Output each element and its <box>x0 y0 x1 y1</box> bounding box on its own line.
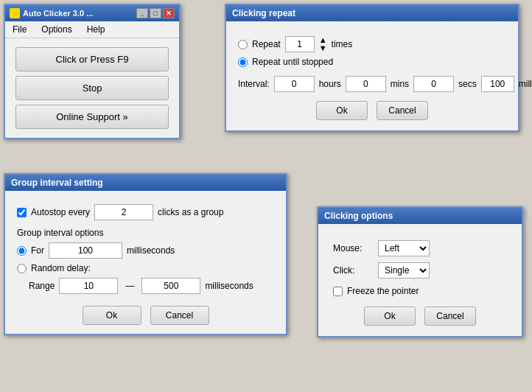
clicking-options-title: Clicking options <box>318 208 522 224</box>
options-cancel-button[interactable]: Cancel <box>424 307 476 326</box>
repeat-times-radio[interactable] <box>238 40 248 49</box>
repeat-label: Repeat <box>252 39 281 49</box>
random-radio[interactable] <box>17 264 27 273</box>
repeat-times-input[interactable] <box>285 36 315 52</box>
group-cancel-button[interactable]: Cancel <box>150 306 209 325</box>
repeat-until-stopped-label: Repeat until stopped <box>252 57 333 67</box>
range-dash: — <box>125 281 134 291</box>
random-label: Random delay: <box>31 263 91 273</box>
secs-input[interactable] <box>413 76 454 92</box>
interval-row: Interval: hours mins secs milliseconds <box>238 76 506 92</box>
click-type-row: Click: Single Double <box>333 262 507 279</box>
freeze-label: Freeze the pointer <box>347 286 419 296</box>
for-radio-group: For milliseconds <box>17 242 274 259</box>
for-radio[interactable] <box>17 246 27 256</box>
menu-help[interactable]: Help <box>83 23 110 36</box>
random-radio-group: Random delay: <box>17 263 274 273</box>
clicking-repeat-title: Clicking repeat <box>226 5 518 21</box>
clicking-options-dialog: Clicking options Mouse: Left Right Middl… <box>317 206 523 337</box>
freeze-checkbox[interactable] <box>333 287 343 296</box>
repeat-times-unit: times <box>332 39 353 49</box>
autostop-row: Autostop every clicks as a group <box>17 204 274 220</box>
hours-input[interactable] <box>274 76 315 92</box>
interval-label: Interval: <box>238 79 270 89</box>
autostop-value-input[interactable] <box>94 204 153 220</box>
freeze-row: Freeze the pointer <box>333 286 507 296</box>
close-button[interactable]: ✕ <box>163 8 175 18</box>
milliseconds-input[interactable] <box>481 76 514 92</box>
mouse-select[interactable]: Left Right Middle <box>378 240 430 256</box>
group-interval-title: Group interval setting <box>5 175 286 191</box>
menu-bar: File Options Help <box>5 21 179 38</box>
for-value-input[interactable] <box>49 242 122 259</box>
mouse-label: Mouse: <box>333 243 374 253</box>
group-ok-button[interactable]: Ok <box>83 306 141 325</box>
autostop-label: Autostop every <box>31 207 90 217</box>
range-from-input[interactable] <box>59 278 118 294</box>
range-row: Range — milliseconds <box>29 278 274 294</box>
clicking-repeat-dialog: Clicking repeat Repeat ▲ ▼ times Repeat … <box>225 4 519 132</box>
secs-label: secs <box>458 79 477 89</box>
options-ok-button[interactable]: Ok <box>364 307 416 326</box>
main-window-title: Auto Clicker 3.0 ... <box>23 9 93 18</box>
mouse-row: Mouse: Left Right Middle <box>333 240 507 256</box>
mins-input[interactable] <box>346 76 386 92</box>
milliseconds-label: milliseconds <box>519 79 532 89</box>
hours-label: hours <box>319 79 341 89</box>
repeat-until-stopped-group: Repeat until stopped <box>238 57 506 67</box>
click-select[interactable]: Single Double <box>378 262 430 279</box>
click-label: Click: <box>333 265 374 276</box>
repeat-ok-button[interactable]: Ok <box>316 101 368 120</box>
repeat-buttons: Ok Cancel <box>238 101 506 120</box>
stop-button[interactable]: Stop <box>15 76 169 100</box>
title-bar-buttons: _ □ ✕ <box>136 8 175 18</box>
for-label: For <box>31 245 44 256</box>
menu-file[interactable]: File <box>8 23 31 36</box>
main-title-bar: Auto Clicker 3.0 ... _ □ ✕ <box>5 5 179 21</box>
group-options-label: Group interval options <box>17 228 274 238</box>
repeat-until-stopped-radio[interactable] <box>238 57 248 67</box>
online-support-button[interactable]: Online Support » <box>15 105 169 129</box>
for-unit: milliseconds <box>127 245 175 256</box>
click-button[interactable]: Click or Press F9 <box>15 47 169 71</box>
spin-down[interactable]: ▼ <box>319 44 327 52</box>
options-buttons: Ok Cancel <box>333 307 507 326</box>
repeat-radio-group: Repeat ▲ ▼ times <box>238 36 506 52</box>
autostop-suffix: clicks as a group <box>158 207 223 217</box>
range-unit: milliseconds <box>205 281 253 291</box>
maximize-button[interactable]: □ <box>150 8 161 18</box>
minimize-button[interactable]: _ <box>136 8 148 18</box>
mins-label: mins <box>391 79 409 89</box>
group-interval-dialog: Group interval setting Autostop every cl… <box>4 173 287 335</box>
group-buttons: Ok Cancel <box>17 306 274 325</box>
range-label: Range <box>29 281 55 291</box>
main-window: Auto Clicker 3.0 ... _ □ ✕ File Options … <box>4 4 181 139</box>
range-to-input[interactable] <box>141 278 200 294</box>
menu-options[interactable]: Options <box>37 23 76 36</box>
autostop-checkbox[interactable] <box>17 208 27 217</box>
repeat-cancel-button[interactable]: Cancel <box>377 101 428 120</box>
app-icon <box>10 8 20 18</box>
